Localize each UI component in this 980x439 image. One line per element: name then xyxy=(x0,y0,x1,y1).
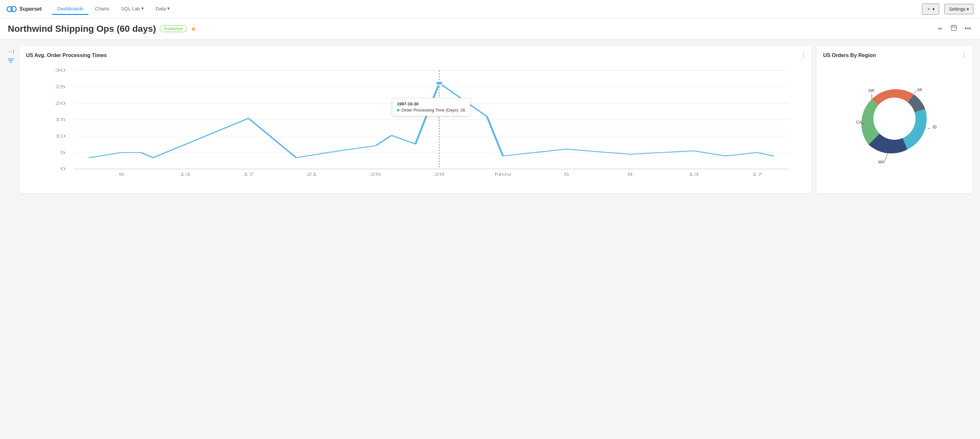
header-actions: ✏ ••• xyxy=(937,23,972,39)
page-title-row: Northwind Shipping Ops (60 days) Publish… xyxy=(8,24,196,39)
svg-text:13: 13 xyxy=(180,172,190,177)
collapse-panel-icon[interactable]: →| xyxy=(8,49,14,54)
svg-point-1 xyxy=(11,6,16,12)
nav-sqllab[interactable]: SQL Lab ▾ xyxy=(116,3,150,15)
brand-name: Superset xyxy=(19,6,41,12)
svg-text:5: 5 xyxy=(60,150,65,155)
add-icon: ＋ xyxy=(926,6,931,12)
svg-text:CA: CA xyxy=(856,120,862,125)
nav-links: Dashboards Charts SQL Lab ▾ Data ▾ xyxy=(52,3,922,15)
pie-chart-card: US Orders By Region ⋮ xyxy=(817,46,972,193)
settings-arrow-icon: ▾ xyxy=(967,6,969,12)
brand: Superset xyxy=(6,4,41,14)
line-chart-container: 30 25 20 15 10 5 0 9 13 17 21 25 29 xyxy=(26,64,805,187)
svg-text:15: 15 xyxy=(55,117,66,122)
sidebar-panel: →| xyxy=(8,46,14,193)
svg-rect-2 xyxy=(951,26,956,30)
svg-text:21: 21 xyxy=(307,172,318,177)
page-header: Northwind Shipping Ops (60 days) Publish… xyxy=(0,18,980,40)
page-title: Northwind Shipping Ops (60 days) xyxy=(8,24,156,34)
pie-chart-title: US Orders By Region xyxy=(823,53,966,58)
nav-right: ＋ ▾ Settings ▾ xyxy=(922,3,974,14)
svg-text:30: 30 xyxy=(55,68,66,73)
svg-text:ID: ID xyxy=(933,125,937,129)
brand-logo-icon xyxy=(6,4,17,14)
published-badge: Published xyxy=(160,25,187,32)
pie-chart-more-button[interactable]: ⋮ xyxy=(961,51,967,58)
schedule-button[interactable] xyxy=(949,23,958,34)
svg-text:17: 17 xyxy=(243,172,254,177)
filter-icon[interactable] xyxy=(8,58,14,64)
svg-text:AK: AK xyxy=(917,88,922,92)
svg-point-48 xyxy=(873,97,915,140)
pie-chart-svg: AK OR CA WA ID xyxy=(843,67,946,171)
svg-point-36 xyxy=(435,81,443,85)
line-chart-more-button[interactable]: ⋮ xyxy=(800,51,806,58)
settings-button[interactable]: Settings ▾ xyxy=(944,4,974,14)
content-area: →| US Avg. Order Processing Times ⋮ xyxy=(0,40,980,200)
line-chart-title: US Avg. Order Processing Times xyxy=(26,53,805,58)
favorite-star-icon[interactable]: ★ xyxy=(191,25,196,33)
more-options-button[interactable]: ••• xyxy=(964,24,972,34)
nav-charts[interactable]: Charts xyxy=(90,3,115,15)
navbar: Superset Dashboards Charts SQL Lab ▾ Dat… xyxy=(0,0,980,18)
charts-area: US Avg. Order Processing Times ⋮ 30 25 2… xyxy=(19,46,972,193)
data-arrow-icon: ▾ xyxy=(167,5,170,11)
svg-text:0: 0 xyxy=(60,167,65,171)
nav-data[interactable]: Data ▾ xyxy=(150,3,175,15)
svg-text:20: 20 xyxy=(55,101,66,106)
svg-text:13: 13 xyxy=(688,172,699,177)
calendar-icon xyxy=(950,25,957,31)
svg-text:25: 25 xyxy=(55,84,66,89)
svg-text:WA: WA xyxy=(878,160,885,164)
svg-text:10: 10 xyxy=(55,134,66,139)
svg-text:OR: OR xyxy=(869,88,874,93)
svg-text:9: 9 xyxy=(627,172,633,177)
add-arrow-icon: ▾ xyxy=(932,6,935,12)
add-button[interactable]: ＋ ▾ xyxy=(922,3,939,14)
nav-dashboards[interactable]: Dashboards xyxy=(52,3,89,15)
pie-chart-container: AK OR CA WA ID xyxy=(823,64,966,174)
line-chart-svg: 30 25 20 15 10 5 0 9 13 17 21 25 29 xyxy=(26,64,805,187)
svg-text:17: 17 xyxy=(752,172,762,177)
svg-line-39 xyxy=(914,91,916,93)
edit-button[interactable]: ✏ xyxy=(937,24,944,34)
line-chart-card: US Avg. Order Processing Times ⋮ 30 25 2… xyxy=(19,46,811,193)
svg-text:9: 9 xyxy=(119,172,124,177)
svg-text:Nov: Nov xyxy=(495,172,512,177)
svg-line-45 xyxy=(885,153,888,161)
svg-text:25: 25 xyxy=(371,172,381,177)
sqllab-arrow-icon: ▾ xyxy=(141,5,144,11)
svg-text:5: 5 xyxy=(564,172,569,177)
svg-text:29: 29 xyxy=(434,172,445,177)
